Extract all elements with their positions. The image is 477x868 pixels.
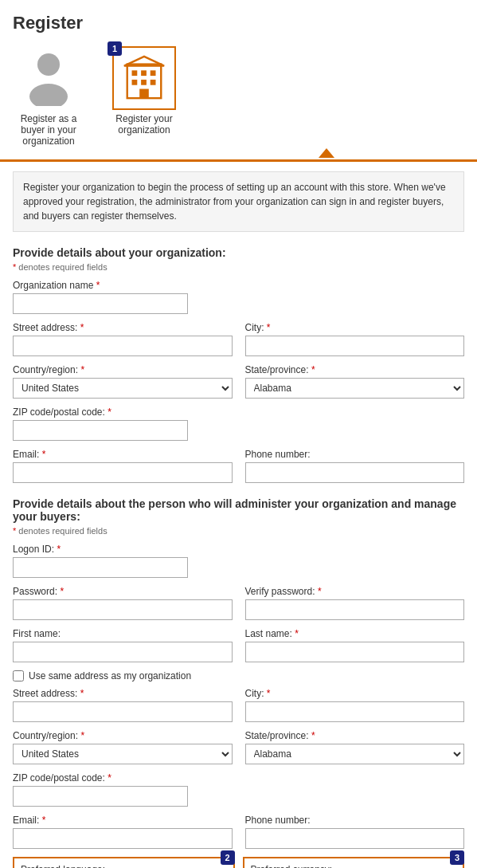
preferred-currency-badge: 3: [450, 850, 464, 865]
same-address-row: Use same address as my organization: [13, 670, 464, 681]
org-phone-label: Phone number:: [245, 449, 465, 460]
org-city-label: City: *: [245, 322, 465, 333]
org-zip-row: ZIP code/postal code: *: [13, 407, 464, 441]
step-buyer[interactable]: Register as a buyer in your organization: [13, 46, 84, 147]
org-state-select[interactable]: Alabama: [245, 378, 465, 399]
org-section-title: Provide details about your organization:: [13, 246, 464, 259]
org-city-group: City: *: [245, 322, 465, 356]
preferred-language-badge: 2: [221, 850, 235, 865]
org-state-label: State/province: *: [245, 364, 465, 375]
last-name-input[interactable]: [245, 642, 465, 662]
org-name-group: Organization name *: [13, 280, 464, 314]
preferred-currency-label: Preferred currency:: [251, 864, 333, 868]
org-zip-input[interactable]: [13, 420, 188, 441]
preferred-language-label: Preferred language:: [21, 864, 105, 868]
admin-email-group: Email: *: [13, 815, 233, 849]
admin-street-label: Street address: *: [13, 688, 233, 699]
verify-password-label: Verify password: *: [245, 586, 465, 597]
admin-city-label: City: *: [245, 688, 465, 699]
admin-country-group: Country/region: * United States: [13, 730, 233, 764]
admin-phone-input[interactable]: [245, 828, 465, 849]
org-country-label: Country/region: *: [13, 364, 233, 375]
info-box: Register your organization to begin the …: [13, 171, 464, 232]
street-city-row: Street address: * City: *: [13, 322, 464, 356]
org-zip-label: ZIP code/postal code: *: [13, 407, 464, 418]
admin-zip-label: ZIP code/postal code: *: [13, 772, 464, 784]
org-email-group: Email: *: [13, 449, 233, 483]
org-street-input[interactable]: [13, 336, 233, 356]
admin-phone-group: Phone number:: [245, 815, 465, 849]
admin-street-group: Street address: *: [13, 688, 233, 722]
logon-input[interactable]: [13, 557, 188, 578]
admin-zip-input[interactable]: [13, 786, 188, 807]
org-country-group: Country/region: * United States: [13, 364, 233, 399]
arrow-up-icon: [319, 148, 334, 158]
verify-password-input[interactable]: [245, 599, 465, 620]
admin-state-label: State/province: *: [245, 730, 465, 741]
name-row: First name: Last name: *: [13, 628, 464, 662]
last-name-group: Last name: *: [245, 628, 465, 662]
last-name-label: Last name: *: [245, 628, 465, 639]
svg-point-1: [29, 84, 68, 106]
country-state-row: Country/region: * United States State/pr…: [13, 364, 464, 399]
admin-country-select[interactable]: United States: [13, 744, 233, 764]
orange-divider: [0, 159, 477, 162]
org-name-row: Organization name *: [13, 280, 464, 314]
org-phone-input[interactable]: [245, 462, 465, 483]
svg-rect-7: [132, 80, 138, 85]
preferred-section: 2 Preferred language: United States Engl…: [13, 857, 464, 868]
org-email-phone-row: Email: * Phone number:: [13, 449, 464, 483]
svg-rect-6: [151, 70, 156, 76]
logon-group: Logon ID: *: [13, 544, 464, 578]
admin-city-input[interactable]: [245, 701, 465, 722]
person-icon: [25, 50, 72, 106]
logon-label: Logon ID: *: [13, 544, 464, 555]
admin-zip-group: ZIP code/postal code: *: [13, 772, 464, 807]
org-country-select[interactable]: United States: [13, 378, 233, 399]
password-group: Password: *: [13, 586, 233, 620]
arrow-indicator: [100, 147, 477, 158]
org-name-label: Organization name *: [13, 280, 464, 291]
svg-point-0: [37, 53, 60, 76]
admin-email-phone-row: Email: * Phone number:: [13, 815, 464, 849]
same-address-label: Use same address as my organization: [29, 670, 191, 681]
same-address-checkbox[interactable]: [13, 670, 24, 681]
org-email-input[interactable]: [13, 462, 233, 483]
org-zip-group: ZIP code/postal code: *: [13, 407, 464, 441]
admin-phone-label: Phone number:: [245, 815, 465, 826]
org-city-input[interactable]: [245, 336, 465, 356]
admin-state-select[interactable]: Alabama: [245, 744, 465, 764]
first-name-group: First name:: [13, 628, 233, 662]
admin-email-label: Email: *: [13, 815, 233, 826]
org-phone-group: Phone number:: [245, 449, 465, 483]
building-icon: [121, 55, 167, 101]
org-name-input[interactable]: [13, 293, 188, 314]
preferred-language-group: 2 Preferred language: United States Engl…: [13, 857, 235, 868]
admin-country-label: Country/region: *: [13, 730, 233, 741]
password-row: Password: * Verify password: *: [13, 586, 464, 620]
step-org[interactable]: 1 Register your organization: [108, 46, 180, 136]
svg-rect-5: [141, 70, 147, 76]
admin-street-city-row: Street address: * City: *: [13, 688, 464, 722]
preferred-currency-group: 3 Preferred currency: US Dollar: [243, 857, 465, 868]
step-selector: Register as a buyer in your organization…: [13, 46, 464, 147]
org-street-group: Street address: *: [13, 322, 233, 356]
svg-rect-8: [141, 80, 147, 85]
org-state-group: State/province: * Alabama: [245, 364, 465, 399]
org-required-note: * denotes required fields: [13, 262, 464, 272]
admin-city-group: City: *: [245, 688, 465, 722]
svg-rect-4: [132, 70, 138, 76]
logon-row: Logon ID: *: [13, 544, 464, 578]
svg-rect-9: [151, 80, 156, 85]
password-input[interactable]: [13, 599, 233, 620]
step-org-badge: 1: [108, 41, 122, 56]
first-name-input[interactable]: [13, 642, 233, 662]
admin-street-input[interactable]: [13, 701, 233, 722]
password-label: Password: *: [13, 586, 233, 597]
admin-country-state-row: Country/region: * United States State/pr…: [13, 730, 464, 764]
org-street-label: Street address: *: [13, 322, 233, 333]
svg-rect-10: [139, 89, 149, 99]
admin-email-input[interactable]: [13, 828, 233, 849]
verify-password-group: Verify password: *: [245, 586, 465, 620]
org-email-label: Email: *: [13, 449, 233, 460]
